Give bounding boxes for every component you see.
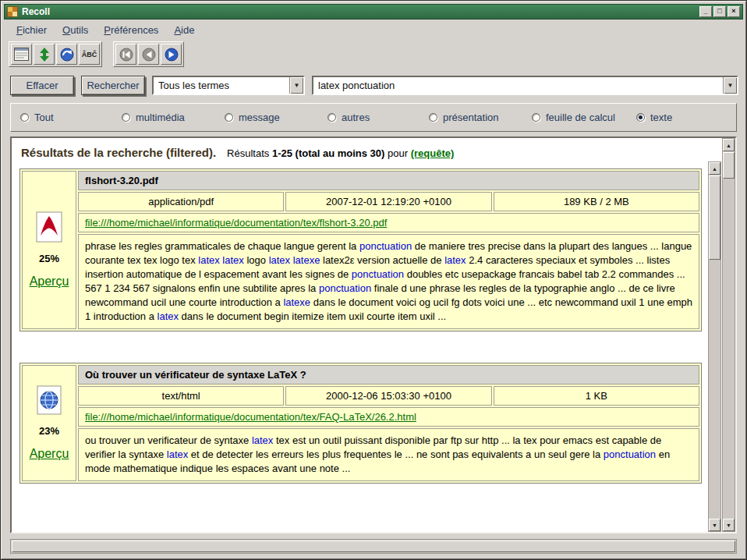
clear-search-icon [14, 48, 29, 61]
result-main: Où trouver un vérificateur de syntaxe La… [78, 365, 699, 481]
radio-icon [429, 113, 437, 122]
clear-search-button[interactable] [11, 44, 32, 65]
filter-multimedia[interactable]: multimédia [122, 112, 225, 123]
pdf-file-icon [36, 211, 62, 243]
result-size: 1 KB [494, 386, 699, 406]
window-title: Recoll [22, 6, 696, 17]
result-side: 23% Aperçu [22, 365, 76, 481]
html-file-icon [37, 385, 62, 415]
inner-vertical-scrollbar[interactable]: ▲ ▼ [708, 161, 721, 532]
filter-message[interactable]: message [225, 112, 327, 123]
scroll-up-icon[interactable]: ▲ [723, 139, 735, 151]
filter-autres[interactable]: autres [327, 112, 429, 123]
menu-outils[interactable]: Outils [56, 23, 94, 37]
next-page-button[interactable] [161, 44, 182, 65]
preview-link[interactable]: Aperçu [30, 447, 69, 461]
radio-icon [327, 113, 336, 122]
result-meta-row: application/pdf 2007-12-01 12:19:20 +010… [78, 192, 699, 211]
titlebar[interactable]: Recoll _ □ × [4, 4, 743, 19]
menu-aide[interactable]: Aide [168, 23, 200, 37]
radio-icon [636, 113, 645, 122]
maximize-button[interactable]: □ [713, 6, 726, 17]
result-item: 25% Aperçu flshort-3.20.pdf application/… [19, 168, 702, 331]
reload-icon [60, 48, 74, 62]
result-mime: application/pdf [78, 192, 284, 211]
results-range: 1-25 (total au moins 30) [272, 147, 384, 159]
first-page-icon [119, 48, 133, 62]
scroll-down-icon[interactable]: ▼ [709, 519, 720, 531]
menu-fichier[interactable]: Fichier [10, 23, 53, 37]
recoll-window: Recoll _ □ × Fichier Outils Préférences … [0, 0, 747, 560]
result-url-link[interactable]: file:///home/michael/informatique/docume… [85, 411, 416, 423]
result-side: 25% Aperçu [22, 171, 76, 329]
filter-presentation[interactable]: présentation [429, 112, 532, 123]
result-snippet: phrase les regles grammaticales de chaqu… [78, 234, 699, 329]
close-button[interactable]: × [728, 6, 740, 17]
chevron-down-icon[interactable]: ▼ [289, 77, 303, 94]
first-page-button[interactable] [115, 44, 136, 65]
next-page-icon [165, 48, 179, 62]
menubar: Fichier Outils Préférences Aide [4, 19, 743, 40]
spellcheck-icon: ÂBĈ [82, 51, 97, 58]
radio-icon [122, 113, 130, 122]
sort-order-button[interactable] [34, 44, 55, 65]
chevron-down-icon[interactable]: ▼ [723, 77, 737, 94]
results-panel: Résultats de la recherche (filtered).Rés… [10, 136, 737, 533]
search-button[interactable]: Rechercher [81, 76, 145, 95]
relevance-percent: 23% [39, 425, 59, 437]
result-date: 2000-12-06 15:03:30 +0100 [285, 386, 491, 406]
toolbar-group-nav [113, 41, 184, 67]
preview-link[interactable]: Aperçu [30, 275, 69, 289]
scroll-down-icon[interactable]: ▼ [723, 519, 735, 531]
query-link[interactable]: (requête) [411, 147, 455, 159]
radio-icon [20, 113, 29, 122]
sort-order-icon [39, 48, 50, 62]
reload-button[interactable] [56, 44, 77, 65]
search-row: Effacer Rechercher Tous les termes ▼ ▼ [4, 71, 743, 101]
scrollbar-thumb[interactable] [709, 175, 720, 260]
result-url-row: file:///home/michael/informatique/docume… [78, 213, 699, 232]
minimize-button[interactable]: _ [699, 6, 712, 17]
result-item: 23% Aperçu Où trouver un vérificateur de… [19, 363, 702, 484]
search-query-combo: ▼ [312, 76, 738, 95]
search-mode-select[interactable]: Tous les termes ▼ [152, 76, 305, 95]
radio-icon [532, 113, 540, 122]
result-mime: text/html [78, 386, 284, 406]
result-main: flshort-3.20.pdf application/pdf 2007-12… [78, 171, 699, 329]
toolbar-group-main: ÂBĈ [9, 41, 102, 67]
search-input[interactable] [313, 77, 723, 94]
filter-bar: Tout multimédia message autres présentat… [10, 103, 737, 132]
relevance-percent: 25% [39, 253, 59, 264]
results-list: Résultats de la recherche (filtered).Rés… [12, 138, 706, 532]
radio-icon [225, 113, 233, 122]
spellcheck-button[interactable]: ÂBĈ [79, 44, 100, 65]
filter-tout[interactable]: Tout [20, 112, 122, 123]
prev-page-button[interactable] [138, 44, 159, 65]
filter-texte[interactable]: texte [636, 112, 727, 123]
result-meta-row: text/html 2000-12-06 15:03:30 +0100 1 KB [78, 386, 699, 406]
scroll-up-icon[interactable]: ▲ [709, 162, 720, 175]
result-snippet: ou trouver un verificateur de syntaxe la… [78, 428, 699, 481]
result-size: 189 KB / 2 MB [494, 192, 699, 211]
horizontal-scrollbar[interactable] [10, 539, 737, 554]
result-title: Où trouver un vérificateur de syntaxe La… [78, 365, 699, 385]
filter-feuille-de-calcul[interactable]: feuille de calcul [532, 112, 636, 123]
menu-preferences[interactable]: Préférences [97, 23, 165, 37]
result-title: flshort-3.20.pdf [78, 171, 699, 190]
result-url-link[interactable]: file:///home/michael/informatique/docume… [85, 217, 387, 229]
prev-page-icon [142, 48, 156, 62]
result-url-row: file:///home/michael/informatique/docume… [78, 407, 699, 427]
scrollbar-thumb[interactable] [723, 152, 735, 179]
clear-button[interactable]: Effacer [10, 76, 74, 95]
search-mode-value: Tous les termes [154, 80, 289, 91]
outer-vertical-scrollbar[interactable]: ▲ ▼ [722, 138, 735, 532]
result-date: 2007-12-01 12:19:20 +0100 [285, 192, 491, 211]
results-header: Résultats de la recherche (filtered).Rés… [19, 144, 702, 168]
results-title: Résultats de la recherche (filtered). [21, 146, 216, 159]
toolbar: ÂBĈ [4, 40, 743, 71]
app-icon [7, 6, 18, 17]
scrollbar-thumb[interactable] [12, 541, 735, 552]
